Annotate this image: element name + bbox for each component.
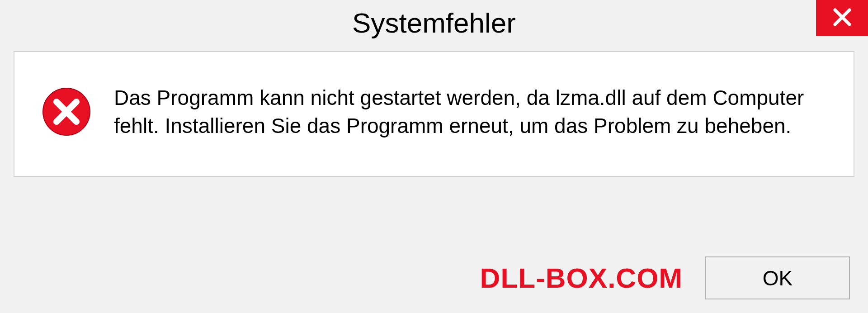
close-button[interactable] — [816, 0, 868, 36]
ok-button[interactable]: OK — [705, 256, 850, 299]
error-message: Das Programm kann nicht gestartet werden… — [114, 84, 826, 140]
dialog-footer: DLL-BOX.COM OK — [0, 256, 868, 299]
error-icon — [42, 87, 91, 137]
titlebar: Systemfehler — [0, 0, 868, 47]
message-panel: Das Programm kann nicht gestartet werden… — [14, 51, 854, 177]
watermark-text: DLL-BOX.COM — [480, 262, 683, 294]
close-icon — [832, 7, 852, 29]
dialog-title: Systemfehler — [352, 7, 516, 39]
